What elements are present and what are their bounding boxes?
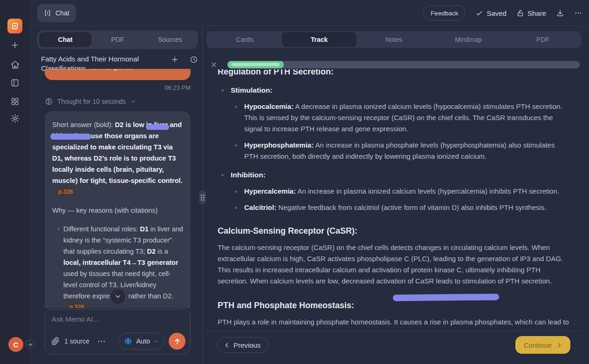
plus-icon (10, 40, 20, 50)
brain-icon (45, 97, 53, 106)
casr-paragraph: The calcium-sensing receptor (CaSR) on t… (218, 242, 570, 287)
citation-badge[interactable]: p.328 (66, 303, 88, 308)
sidebar-item-flashcards[interactable] (9, 77, 21, 88)
lesson-content[interactable]: Regulation of PTH Secretion: Stimulation… (218, 69, 570, 330)
top-header: Chat Feedback Saved Share (30, 0, 589, 26)
app-window: C Chat Feedback Saved Share (0, 0, 589, 364)
grid-icon (10, 97, 20, 106)
thought-label: Thought for 10 seconds (57, 98, 126, 105)
section-heading-casr: Calcium-Sensing Receptor (CaSR): (218, 225, 570, 236)
section-heading-phosphate: PTH and Phosphate Homeostasis: (218, 300, 570, 311)
history-button[interactable] (190, 55, 198, 64)
expand-sidebar-button[interactable] (25, 340, 34, 349)
chat-input[interactable] (52, 315, 182, 323)
tab-pdf-main[interactable]: PDF (506, 32, 580, 47)
highlight-marker (146, 124, 169, 130)
download-button[interactable] (556, 9, 564, 17)
continue-button[interactable]: Continue (515, 336, 570, 354)
bullet-item: Hyperphosphatemia: An increase in plasma… (218, 140, 570, 162)
chevron-left-icon (223, 342, 230, 349)
close-track-button[interactable] (210, 61, 218, 68)
sidebar-item-home[interactable] (9, 59, 21, 70)
tab-pdf[interactable]: PDF (91, 32, 144, 47)
bullet-item: Hypocalcemia: A decrease in plasma ioniz… (218, 101, 570, 135)
highlight-marker (50, 134, 91, 140)
sidebar-item-apps[interactable] (9, 96, 21, 107)
share-button[interactable]: Share (516, 9, 546, 17)
footer-divider (206, 330, 582, 331)
bullet-group-title: Stimulation: (218, 85, 570, 96)
bullet-item: Hypercalcemia: An increase in plasma ion… (218, 186, 570, 197)
chat-messages[interactable]: about in the adrenal glands 06:23 PM Tho… (45, 69, 191, 308)
panel-toggle-icon (44, 9, 51, 17)
chat-input-card: 1 source Auto (45, 309, 191, 355)
grip-dots-icon (201, 195, 205, 201)
chat-window-button-label: Chat (55, 9, 69, 17)
bullet-group-title: Inhibition: (218, 169, 570, 181)
send-button[interactable] (169, 333, 185, 350)
saved-status: Saved (475, 9, 507, 17)
arrow-up-icon (173, 337, 181, 345)
tab-chat[interactable]: Chat (39, 32, 91, 47)
panel-resize-handle[interactable] (199, 190, 206, 204)
source-count-button[interactable]: 1 source (64, 337, 89, 345)
model-mode-selector[interactable]: Auto (118, 333, 164, 350)
flashcards-icon (10, 78, 20, 88)
download-icon (556, 9, 564, 17)
more-menu-button[interactable] (574, 9, 582, 17)
close-icon (210, 61, 218, 68)
user-message-bubble: about in the adrenal glands (45, 69, 191, 80)
progress-sheen (231, 63, 280, 66)
attach-button[interactable] (51, 337, 60, 345)
tab-track[interactable]: Track (282, 32, 356, 47)
bullet-item: Calcitriol: Negative feedback from calci… (218, 202, 570, 213)
assistant-answer: Short answer (bold): D2 is low in liver … (52, 119, 183, 197)
globe-icon (123, 337, 133, 346)
chevron-down-icon (130, 98, 137, 105)
new-item-button[interactable] (9, 40, 21, 51)
sidebar-item-settings[interactable] (9, 113, 21, 124)
lock-open-icon (516, 9, 524, 17)
assistant-message-bubble: Short answer (bold): D2 is low in liver … (45, 111, 191, 308)
feedback-button[interactable]: Feedback (423, 6, 466, 20)
previous-label: Previous (233, 341, 260, 349)
tab-notes[interactable]: Notes (356, 32, 431, 47)
app-logo-icon[interactable] (7, 19, 22, 34)
continue-label: Continue (524, 341, 552, 349)
phosphate-paragraph: PTH plays a role in maintaining phosphat… (218, 317, 570, 330)
model-mode-label: Auto (136, 337, 150, 345)
thought-toggle[interactable]: Thought for 10 seconds (45, 97, 191, 106)
clock-icon (190, 55, 198, 64)
new-chat-button[interactable] (171, 55, 179, 64)
paperclip-icon (51, 337, 60, 345)
input-more-button[interactable] (98, 341, 105, 342)
gear-icon (10, 114, 20, 123)
check-icon (475, 9, 483, 17)
answer-bold: D2 is low in liver and kidney because th… (52, 121, 183, 184)
main-panel-tabs: Cards Track Notes Mindmap PDF (206, 31, 581, 48)
chevron-right-icon (556, 342, 563, 349)
chat-panel-tabs: Chat PDF Sources (37, 30, 198, 49)
bullet-dot (58, 228, 60, 230)
message-timestamp: 06:23 PM (45, 84, 191, 91)
saved-label: Saved (486, 9, 507, 17)
ellipsis-icon (574, 9, 582, 17)
chevron-down-icon (114, 293, 122, 300)
tab-cards[interactable]: Cards (207, 32, 282, 47)
chevron-down-icon (153, 338, 159, 344)
left-rail: C (0, 0, 30, 364)
answer-intro: Short answer (bold): (52, 121, 115, 128)
answer-why-heading: Why — key reasons (with citations) (52, 205, 183, 216)
tab-mindmap[interactable]: Mindmap (431, 32, 506, 47)
scroll-to-bottom-button[interactable] (110, 289, 126, 304)
chat-window-button[interactable]: Chat (37, 4, 76, 22)
tab-sources[interactable]: Sources (144, 32, 196, 47)
previous-button[interactable]: Previous (217, 337, 268, 353)
track-progress-fill (227, 61, 284, 68)
home-icon (10, 60, 20, 69)
highlight-marker (393, 294, 499, 301)
avatar[interactable]: C (8, 337, 23, 352)
rail-divider (30, 0, 30, 364)
citation-badge[interactable]: p.328 (55, 187, 76, 196)
section-heading-pth-secretion: Regulation of PTH Secretion: (218, 69, 570, 77)
